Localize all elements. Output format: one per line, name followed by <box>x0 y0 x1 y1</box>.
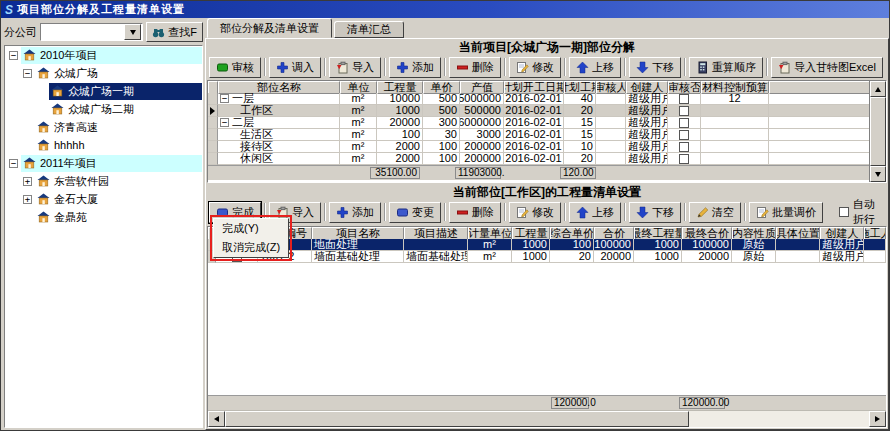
tree-item[interactable]: +金石大厦 <box>5 190 202 208</box>
cell[interactable]: 100000 <box>682 239 732 251</box>
cell[interactable]: 20 <box>564 153 596 165</box>
cell[interactable]: 20 <box>564 105 596 117</box>
cell[interactable]: 200000 <box>460 153 504 165</box>
cell[interactable]: m² <box>340 153 377 165</box>
cell[interactable]: 15 <box>564 129 596 141</box>
cell[interactable]: 100 <box>423 153 460 165</box>
cell[interactable] <box>864 251 886 263</box>
cell[interactable]: 超级用户 <box>626 153 668 165</box>
cell[interactable]: 墙面基础处理 <box>312 251 404 263</box>
part-name-cell[interactable]: −二层 <box>218 117 340 129</box>
table-row[interactable]: 休闲区m²20001002000002016-02-0120超级用户 <box>208 153 870 165</box>
cell[interactable]: 超级用户 <box>626 141 668 153</box>
part-name-cell[interactable]: −一层 <box>218 93 340 105</box>
checkbox[interactable] <box>679 118 689 128</box>
audit-button[interactable]: 审核 <box>209 57 261 78</box>
cell[interactable]: 10 <box>564 141 596 153</box>
tree-item[interactable]: −2010年项目 <box>5 46 202 64</box>
tree-item[interactable]: hhhhh <box>5 136 202 154</box>
budget-cell[interactable] <box>701 153 769 165</box>
cell[interactable]: 墙面基础处理 <box>404 251 468 263</box>
cell[interactable]: 20000 <box>594 251 634 263</box>
checkbox[interactable] <box>679 106 689 116</box>
cell[interactable]: 地面处理 <box>312 239 404 251</box>
cell[interactable]: 2000 <box>377 141 423 153</box>
budget-cell[interactable]: 12 <box>701 93 769 105</box>
tree-item-body[interactable]: 金石大厦 <box>35 191 202 208</box>
cell[interactable] <box>596 129 626 141</box>
cell[interactable]: 300 <box>423 117 460 129</box>
table-row[interactable]: 生活区m²1003030002016-02-0115超级用户 <box>208 129 870 141</box>
cell[interactable]: 2016-02-01 <box>504 141 564 153</box>
tree-item-body[interactable]: 众城广场一期 <box>49 83 202 100</box>
cell[interactable]: 20000 <box>682 251 732 263</box>
cell[interactable] <box>864 239 886 251</box>
cell[interactable]: 100 <box>550 239 594 251</box>
part-name-cell[interactable]: 休闲区 <box>218 153 340 165</box>
cell[interactable] <box>596 105 626 117</box>
tree-collapse-icon[interactable]: − <box>9 51 18 60</box>
move-up-button[interactable]: 上移 <box>569 202 621 223</box>
tree-item-body[interactable]: 2010年项目 <box>21 47 202 64</box>
tree-item[interactable]: −众城广场 <box>5 64 202 82</box>
cell[interactable]: 40 <box>564 93 596 105</box>
row-collapse-icon[interactable]: − <box>220 94 229 103</box>
clear-button[interactable]: 清空 <box>689 202 741 223</box>
cell[interactable] <box>596 117 626 129</box>
tree-item-body[interactable]: 2011年项目 <box>21 155 202 172</box>
window-titlebar[interactable]: S 项目部位分解及工程量清单设置 <box>1 1 889 18</box>
table-row[interactable]: −一层m²1000050050000002016-02-0140超级用户12 <box>208 93 870 105</box>
cell[interactable]: m² <box>340 129 377 141</box>
scroll-up-icon[interactable] <box>870 81 886 97</box>
cell[interactable]: 1000 <box>512 251 550 263</box>
table-row[interactable]: −二层m²2000030060000002016-02-0115超级用户 <box>208 117 870 129</box>
delete-button[interactable]: 删除 <box>449 57 501 78</box>
tree-item[interactable]: 济青高速 <box>5 118 202 136</box>
scrollbar-track[interactable] <box>689 411 869 427</box>
tree-expand-icon[interactable]: + <box>23 195 32 204</box>
cell[interactable]: m² <box>340 141 377 153</box>
cell[interactable]: 2016-02-01 <box>504 117 564 129</box>
audited-cell[interactable] <box>668 93 701 105</box>
chevron-down-icon[interactable] <box>124 24 141 40</box>
tree-item[interactable]: 众城广场二期 <box>5 100 202 118</box>
horizontal-scrollbar[interactable] <box>208 410 886 427</box>
tree-expand-icon[interactable]: + <box>23 177 32 186</box>
cell[interactable]: m² <box>340 105 377 117</box>
scroll-down-icon[interactable] <box>870 166 886 182</box>
cell[interactable]: 2016-02-01 <box>504 129 564 141</box>
tree-collapse-icon[interactable]: − <box>23 69 32 78</box>
cell[interactable]: 2016-02-01 <box>504 105 564 117</box>
cell[interactable]: m² <box>340 117 377 129</box>
cell[interactable] <box>596 141 626 153</box>
table-row[interactable]: 地面处理m²10001001000001000100000原始超级用户 <box>208 239 886 251</box>
cell[interactable]: 2016-02-01 <box>504 93 564 105</box>
cell[interactable]: 超级用户 <box>626 105 668 117</box>
pull-in-button[interactable]: 调入 <box>269 57 321 78</box>
part-name-cell[interactable]: 生活区 <box>218 129 340 141</box>
tree-item[interactable]: +东营软件园 <box>5 172 202 190</box>
import-gantt-excel-button[interactable]: 导入甘特图Excel <box>771 57 883 78</box>
scrollbar-thumb[interactable] <box>870 97 886 166</box>
cell[interactable]: m² <box>340 93 377 105</box>
menu-item-cancel-finish[interactable]: 取消完成(Z) <box>214 238 288 257</box>
checkbox[interactable] <box>679 94 689 104</box>
cell[interactable]: 1000 <box>634 251 682 263</box>
cell[interactable]: 6000000 <box>460 117 504 129</box>
budget-cell[interactable] <box>701 129 769 141</box>
tree-item-body[interactable]: 济青高速 <box>35 119 202 136</box>
autowrap-control[interactable]: 自动折行 <box>839 197 885 227</box>
tree-item-body[interactable]: 金鼎苑 <box>35 209 202 226</box>
cell[interactable]: 超级用户 <box>820 239 864 251</box>
cell[interactable]: 原始 <box>732 251 776 263</box>
scrollbar-thumb[interactable] <box>225 411 689 427</box>
autowrap-checkbox[interactable] <box>839 207 849 217</box>
tree-item-body[interactable]: 众城广场二期 <box>49 101 202 118</box>
row-collapse-icon[interactable]: − <box>220 118 229 127</box>
audited-cell[interactable] <box>668 153 701 165</box>
audited-cell[interactable] <box>668 117 701 129</box>
tree-item-body[interactable]: 众城广场 <box>35 65 202 82</box>
checkbox[interactable] <box>679 142 689 152</box>
table-row[interactable]: 1001-2墙面基础处理墙面基础处理m²10002020000100020000… <box>208 251 886 263</box>
scroll-left-icon[interactable] <box>208 411 225 427</box>
